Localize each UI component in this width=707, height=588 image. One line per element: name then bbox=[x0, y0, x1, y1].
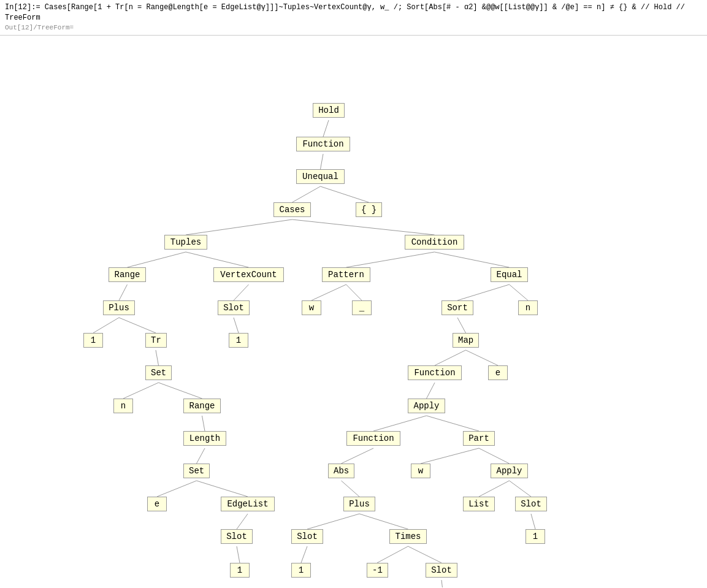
svg-line-0 bbox=[323, 120, 329, 137]
output-label: Out[12]/TreeForm= bbox=[5, 24, 74, 31]
tree-node-function1: Function bbox=[296, 137, 350, 151]
tree-node-blank: _ bbox=[352, 300, 372, 315]
tree-node-function2: Function bbox=[408, 365, 462, 380]
tree-node-slotval2: 1 bbox=[525, 529, 545, 544]
svg-line-44 bbox=[377, 546, 408, 563]
svg-line-9 bbox=[435, 252, 510, 267]
tree-node-e2: e bbox=[147, 497, 167, 511]
input-label: In[12]:= bbox=[5, 3, 40, 12]
tree-node-apply2: Apply bbox=[491, 464, 528, 478]
svg-line-35 bbox=[342, 481, 360, 497]
svg-line-29 bbox=[197, 448, 205, 464]
svg-line-46 bbox=[441, 580, 443, 587]
svg-line-16 bbox=[93, 318, 119, 333]
svg-line-32 bbox=[479, 448, 510, 464]
svg-line-17 bbox=[119, 318, 156, 333]
tree-node-w: w bbox=[302, 300, 321, 315]
tree-node-tuples: Tuples bbox=[164, 235, 207, 250]
tree-node-slot5: Slot bbox=[426, 563, 457, 578]
svg-line-23 bbox=[123, 383, 159, 399]
tree-node-sort: Sort bbox=[441, 300, 473, 315]
tree-node-unequal: Unequal bbox=[296, 169, 345, 184]
svg-line-4 bbox=[186, 220, 292, 235]
svg-line-41 bbox=[531, 514, 535, 529]
tree-node-part: Part bbox=[463, 431, 495, 446]
tree-node-length: Length bbox=[183, 431, 226, 446]
tree-node-list: List bbox=[463, 497, 495, 511]
top-bar: In[12]:= Cases[Range[1 + Tr[n = Range@Le… bbox=[0, 0, 707, 36]
tree-node-n1: n bbox=[518, 300, 538, 315]
svg-line-21 bbox=[435, 350, 466, 365]
svg-line-39 bbox=[307, 514, 359, 529]
svg-line-31 bbox=[421, 448, 479, 464]
svg-line-40 bbox=[359, 514, 408, 529]
svg-line-15 bbox=[510, 284, 529, 300]
svg-line-33 bbox=[157, 481, 197, 497]
tree-node-set1: Set bbox=[145, 365, 172, 380]
tree-node-one1: 1 bbox=[83, 333, 103, 348]
tree-node-w2: w bbox=[411, 464, 430, 478]
tree-node-plus: Plus bbox=[103, 300, 135, 315]
tree-node-tr: Tr bbox=[145, 333, 167, 348]
tree-node-e1: e bbox=[488, 365, 508, 380]
tree-node-slotval4: 1 bbox=[291, 563, 311, 578]
tree-node-negone: -1 bbox=[367, 563, 388, 578]
tree-node-range1: Range bbox=[109, 267, 146, 282]
svg-line-24 bbox=[159, 383, 202, 399]
svg-line-22 bbox=[466, 350, 499, 365]
svg-line-3 bbox=[321, 186, 369, 202]
svg-line-38 bbox=[237, 514, 248, 529]
tree-node-abs: Abs bbox=[328, 464, 354, 478]
tree-node-slotval1: 1 bbox=[229, 333, 248, 348]
svg-line-7 bbox=[186, 252, 249, 267]
tree-node-empty: { } bbox=[356, 202, 382, 217]
svg-line-18 bbox=[234, 318, 239, 333]
tree-node-times: Times bbox=[389, 529, 427, 544]
svg-line-34 bbox=[197, 481, 248, 497]
svg-line-8 bbox=[346, 252, 435, 267]
tree-node-range2: Range bbox=[183, 399, 221, 413]
svg-line-6 bbox=[128, 252, 186, 267]
tree-node-set2: Set bbox=[183, 464, 210, 478]
tree-node-slot1: Slot bbox=[218, 300, 250, 315]
tree-node-slotval3: 1 bbox=[230, 563, 250, 578]
tree-node-slot3: Slot bbox=[221, 529, 253, 544]
input-line: In[12]:= Cases[Range[1 + Tr[n = Range@Le… bbox=[5, 2, 702, 23]
svg-line-37 bbox=[510, 481, 532, 497]
svg-line-14 bbox=[457, 284, 510, 300]
output-line: Out[12]/TreeForm= bbox=[5, 23, 702, 32]
tree-node-slot2: Slot bbox=[515, 497, 547, 511]
tree-node-vertexcount: VertexCount bbox=[213, 267, 284, 282]
svg-line-27 bbox=[373, 416, 427, 431]
tree-node-pattern: Pattern bbox=[322, 267, 370, 282]
svg-line-45 bbox=[408, 546, 442, 563]
input-text: Cases[Range[1 + Tr[n = Range@Length[e = … bbox=[5, 3, 685, 22]
svg-line-11 bbox=[234, 284, 249, 300]
svg-line-12 bbox=[311, 284, 346, 300]
svg-line-25 bbox=[427, 383, 435, 399]
tree-node-edgelist: EdgeList bbox=[221, 497, 275, 511]
svg-line-26 bbox=[202, 416, 205, 431]
tree-container: HoldFunctionUnequalCases{ }TuplesConditi… bbox=[0, 36, 707, 587]
tree-node-hold: Hold bbox=[313, 103, 345, 118]
svg-line-42 bbox=[237, 546, 240, 563]
svg-line-36 bbox=[479, 481, 510, 497]
tree-node-map: Map bbox=[453, 333, 479, 348]
tree-node-function3: Function bbox=[346, 431, 400, 446]
tree-node-equal: Equal bbox=[491, 267, 528, 282]
tree-node-cases: Cases bbox=[273, 202, 311, 217]
svg-line-10 bbox=[119, 284, 128, 300]
svg-line-28 bbox=[427, 416, 480, 431]
svg-line-19 bbox=[457, 318, 466, 333]
tree-node-n2: n bbox=[113, 399, 133, 413]
svg-line-43 bbox=[301, 546, 307, 563]
tree-node-condition: Condition bbox=[405, 235, 464, 250]
svg-line-5 bbox=[292, 220, 435, 235]
tree-node-plus2: Plus bbox=[343, 497, 375, 511]
svg-line-1 bbox=[321, 154, 324, 169]
svg-line-13 bbox=[346, 284, 362, 300]
tree-node-slot4: Slot bbox=[291, 529, 323, 544]
svg-line-30 bbox=[342, 448, 374, 464]
tree-node-apply1: Apply bbox=[408, 399, 445, 413]
svg-line-20 bbox=[156, 350, 159, 365]
